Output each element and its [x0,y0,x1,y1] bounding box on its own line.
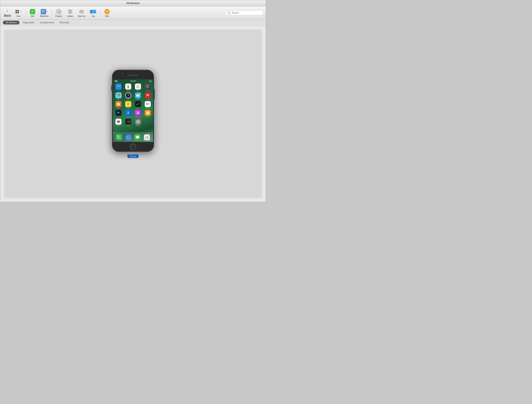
blueprints-button[interactable]: ▼ Blueprints [38,8,50,18]
svg-rect-48 [127,105,129,105]
app-ibooks-icon [145,110,151,116]
tag-icon: ●● [90,9,96,15]
svg-line-22 [139,85,139,86]
add-icon: + [29,9,36,15]
tag-button[interactable]: ●● Tag [88,8,98,18]
home-button-inner [131,145,135,149]
app-calendar[interactable]: Friday 8 Calendar [124,83,133,91]
app-settings-label: Settings [136,125,139,126]
app-weather-icon [135,92,141,98]
app-stocks-label: Stocks [136,107,139,109]
iphone-top [112,70,154,79]
add-button[interactable]: + Add [27,8,38,18]
back-label: Back [4,14,11,17]
app-stocks-icon [135,101,141,107]
app-notes[interactable]: Notes [124,101,133,109]
app-ibooks[interactable]: iBooks [143,110,152,118]
app-health-label: Health [117,125,120,126]
app-mail-icon [115,83,121,90]
svg-line-20 [137,85,137,86]
iphone-screen: ▐▐▐ 9:41 AM ■■■ [113,79,153,142]
help-button[interactable]: ? Help [102,8,112,18]
camera-dot [122,72,123,74]
svg-rect-57 [118,114,119,115]
svg-point-51 [146,103,147,104]
app-wallet[interactable]: Wallet [124,119,133,126]
app-mail[interactable]: Mail [114,83,123,91]
tab-all-devices[interactable]: All Devices [3,21,19,25]
app-tv[interactable]: TV [114,110,123,118]
dock-messages-icon[interactable] [134,134,141,140]
prepare-button[interactable]: ⚙️ Prepare [53,8,64,18]
app-wallet-label: Wallet [127,125,130,126]
app-itunes-icon [135,110,141,116]
app-reminders-icon [145,101,151,107]
device-container: ▐▐▐ 9:41 AM ■■■ [4,30,262,198]
svg-point-32 [119,94,120,95]
app-health[interactable]: Health [114,119,123,126]
app-notes-label: Notes [127,107,129,109]
status-battery: ■■■ [149,80,152,82]
app-reminders[interactable]: Reminders [143,101,152,109]
iphone-mockup[interactable]: ▐▐▐ 9:41 AM ■■■ [112,70,154,152]
app-stocks[interactable]: Stocks [133,101,142,109]
toolbar: Back ▼ View + [0,6,266,19]
update-button[interactable]: Update [65,8,76,18]
app-clock[interactable]: Clock [124,92,133,100]
app-settings[interactable]: 1 [133,119,142,126]
view-icon: ▼ [15,9,22,15]
app-health-icon [115,119,121,125]
svg-point-15 [137,86,139,87]
app-weather[interactable]: Weather [133,92,142,100]
app-news-label: News [146,99,149,100]
svg-point-41 [138,94,140,95]
prepare-icon: ⚙️ [56,9,62,15]
dock-music-icon[interactable] [144,134,150,140]
app-itunes[interactable]: iTunes Store [133,110,142,118]
main-content: ▐▐▐ 9:41 AM ■■■ [0,26,266,202]
app-appstore[interactable]: A App Store [124,110,133,118]
help-label: Help [105,15,109,17]
backup-button[interactable]: Back Up [76,8,87,18]
search-input[interactable] [232,12,261,14]
app-news[interactable]: N News [143,92,152,100]
dock-safari-icon[interactable] [125,134,132,140]
app-appstore-label: App Store [126,116,130,118]
status-bar: ▐▐▐ 9:41 AM ■■■ [113,79,153,83]
app-photos-icon [135,83,141,90]
svg-rect-3 [17,12,19,13]
app-camera-label: Camera [146,90,149,91]
app-home[interactable]: Home [114,101,123,109]
svg-rect-63 [146,111,148,114]
app-camera[interactable]: Camera [143,83,152,91]
search-icon: 🔍 [228,12,230,14]
tab-supervised[interactable]: Supervised [20,21,37,25]
app-calendar-label: Calendar [126,90,130,91]
app-calendar-icon: Friday 8 [125,83,131,90]
svg-line-23 [137,87,137,88]
dock-phone-icon[interactable] [116,134,122,140]
tag-label: Tag [92,15,95,17]
app-maps-icon [115,92,121,98]
tab-unsupervised[interactable]: Unsupervised [37,21,56,25]
blueprints-chevron-icon: ▼ [46,11,48,13]
status-signal: ▐▐▐ [114,80,117,82]
view-label: View [16,15,21,17]
svg-point-37 [128,95,128,96]
main-window: All Devices Back [0,0,266,202]
app-maps[interactable]: Maps [114,92,123,100]
status-time: 9:41 AM [131,80,136,82]
back-button[interactable]: Back [2,7,13,18]
svg-marker-25 [147,85,148,86]
app-appstore-icon: A [125,110,131,116]
svg-point-61 [137,113,138,114]
search-bar[interactable]: 🔍 [225,11,264,15]
view-button[interactable]: ▼ View [13,8,24,18]
svg-rect-40 [136,96,139,97]
home-button[interactable] [130,144,136,150]
app-photos[interactable]: Photos [133,83,142,91]
view-chevron-icon: ▼ [20,11,22,13]
apps-grid: Mail Friday 8 Calendar [113,83,153,132]
device-label[interactable]: iPhone [127,155,139,158]
tab-recovery[interactable]: Recovery [57,21,72,25]
